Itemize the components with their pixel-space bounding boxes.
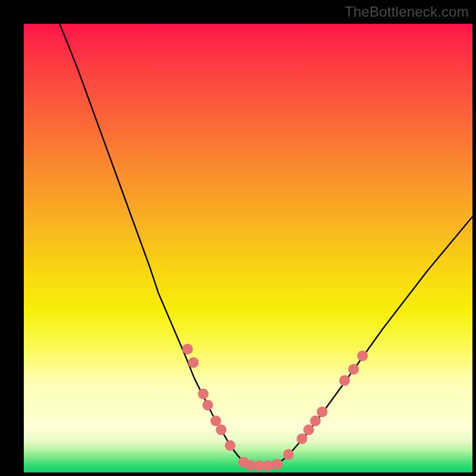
marker-dot [348, 364, 359, 375]
marker-dot [182, 344, 193, 355]
chart-frame: TheBottleneck.com [0, 0, 476, 476]
plot-area [24, 24, 472, 472]
marker-dot [225, 440, 236, 451]
marker-dot [202, 400, 213, 411]
marker-dot [272, 459, 283, 469]
marker-dot [216, 424, 227, 435]
marker-dot [317, 406, 327, 417]
marker-dot [188, 357, 199, 368]
marker-dot [263, 461, 274, 471]
chart-svg [24, 24, 472, 472]
marker-dot [303, 424, 314, 435]
marker-dot [357, 350, 368, 361]
marker-dot [310, 415, 321, 426]
marker-dot [211, 415, 221, 426]
bottleneck-curve [60, 24, 472, 466]
marker-dot [296, 433, 307, 444]
watermark-text: TheBottleneck.com [345, 4, 469, 20]
marker-dot [339, 375, 350, 386]
marker-dot [283, 449, 294, 460]
marker-dot [198, 389, 209, 399]
